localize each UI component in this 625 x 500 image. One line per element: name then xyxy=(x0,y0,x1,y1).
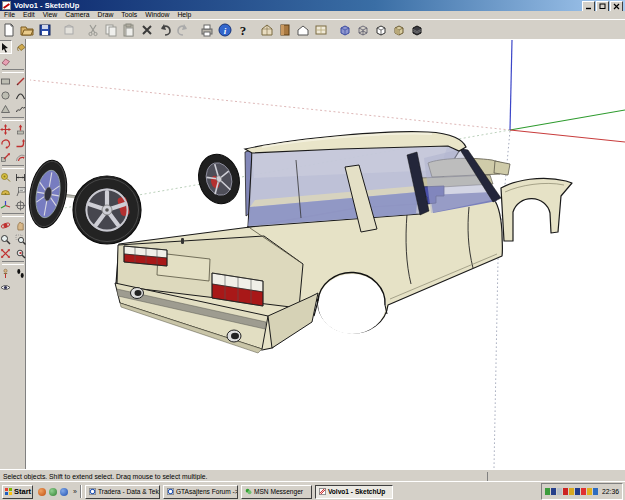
trunk-keyhole xyxy=(181,238,184,244)
zoom-window-tool[interactable] xyxy=(13,232,27,246)
menu-window[interactable]: Window xyxy=(141,11,173,19)
front-fender[interactable] xyxy=(501,178,572,241)
tape-measure-tool[interactable] xyxy=(0,170,12,184)
copy-icon[interactable] xyxy=(102,21,120,39)
quick-launch: » xyxy=(38,488,77,496)
paste-icon[interactable] xyxy=(120,21,138,39)
car-body[interactable] xyxy=(115,132,510,353)
messenger-green-icon[interactable] xyxy=(49,488,57,496)
ie-blue-icon[interactable] xyxy=(60,488,68,496)
task-tradera[interactable]: Tradera - Data & Tekni ... xyxy=(85,485,160,499)
task-volvo1-sketchup[interactable]: Volvo1 - SketchUp xyxy=(315,485,393,499)
scale-tool[interactable] xyxy=(0,150,12,164)
menu-camera[interactable]: Camera xyxy=(61,11,93,19)
look-around-tool[interactable] xyxy=(0,280,12,294)
walk-tool[interactable] xyxy=(13,266,27,280)
ie-page-icon xyxy=(167,488,174,495)
style-textured-cube-icon[interactable] xyxy=(408,21,426,39)
dimension-tool[interactable] xyxy=(13,170,27,184)
circle-tool[interactable] xyxy=(0,88,12,102)
rectangle-tool[interactable] xyxy=(0,74,12,88)
view-plan-house-icon[interactable] xyxy=(312,21,330,39)
view-iso-house-icon[interactable] xyxy=(258,21,276,39)
rotate-tool[interactable] xyxy=(0,136,12,150)
freehand-tool[interactable] xyxy=(13,102,27,116)
view-component-box-icon[interactable] xyxy=(276,21,294,39)
menu-edit[interactable]: Edit xyxy=(19,11,39,19)
menu-file[interactable]: File xyxy=(0,11,19,19)
title-bar: Volvo1 - SketchUp xyxy=(0,0,625,11)
undo-icon[interactable] xyxy=(156,21,174,39)
push-pull-tool[interactable] xyxy=(13,122,27,136)
tray-amber-app-icon[interactable] xyxy=(587,488,592,495)
svg-text:?: ? xyxy=(240,23,247,37)
protractor-tool[interactable] xyxy=(0,184,12,198)
palette-spacer xyxy=(13,280,27,294)
taskbar-clock[interactable]: 22:36 xyxy=(602,488,619,495)
style-wireframe-cube-icon[interactable] xyxy=(354,21,372,39)
tray-blue-globe-icon[interactable] xyxy=(593,488,598,495)
measurement-box[interactable] xyxy=(487,472,623,481)
menu-view[interactable]: View xyxy=(39,11,62,19)
zoom-extents-tool[interactable] xyxy=(0,246,12,260)
windows-flag-icon xyxy=(5,488,12,495)
style-shaded-cube-icon[interactable] xyxy=(390,21,408,39)
style-hidden-line-cube-icon[interactable] xyxy=(372,21,390,39)
ie-page-icon xyxy=(89,488,96,495)
menu-help[interactable]: Help xyxy=(173,11,195,19)
save-icon[interactable] xyxy=(36,21,54,39)
new-file-icon[interactable] xyxy=(0,21,18,39)
open-file-icon[interactable] xyxy=(18,21,36,39)
help-icon[interactable]: ? xyxy=(234,21,252,39)
tray-navy-app-icon[interactable] xyxy=(551,488,556,495)
axis-green xyxy=(510,110,625,130)
arc-tool[interactable] xyxy=(13,88,27,102)
pan-tool[interactable] xyxy=(13,218,27,232)
zoom-previous-tool[interactable] xyxy=(13,246,27,260)
select-tool[interactable] xyxy=(0,40,12,54)
position-camera-tool[interactable] xyxy=(0,266,12,280)
paint-bucket-tool[interactable] xyxy=(13,40,27,54)
tray-navy-shield-icon[interactable] xyxy=(575,488,580,495)
task-gtasajtens[interactable]: GTAsajtens Forum -> Qu... xyxy=(163,485,238,499)
browser-orange-icon[interactable] xyxy=(38,488,46,496)
erase-icon[interactable] xyxy=(138,21,156,39)
zoom-tool[interactable] xyxy=(0,232,12,246)
tray-red-alert-icon[interactable] xyxy=(581,488,586,495)
menu-tools[interactable]: Tools xyxy=(117,11,141,19)
print-icon[interactable] xyxy=(198,21,216,39)
tray-red-app-icon[interactable] xyxy=(563,488,568,495)
task-msn-messenger[interactable]: MSN Messenger xyxy=(241,485,312,499)
menu-draw[interactable]: Draw xyxy=(93,11,117,19)
section-target-tool[interactable] xyxy=(13,198,27,212)
follow-me-tool[interactable] xyxy=(13,136,27,150)
tray-silver-app-icon[interactable] xyxy=(557,488,562,495)
menu-bar: File Edit View Camera Draw Tools Window … xyxy=(0,11,625,19)
redo-icon[interactable] xyxy=(174,21,192,39)
text-tool[interactable] xyxy=(13,184,27,198)
model-viewport[interactable] xyxy=(26,39,625,469)
style-xray-cube-icon[interactable] xyxy=(336,21,354,39)
view-front-house-icon[interactable] xyxy=(294,21,312,39)
model-info-icon[interactable]: i xyxy=(216,21,234,39)
axes-tool[interactable] xyxy=(0,198,12,212)
line-tool[interactable] xyxy=(13,74,27,88)
quick-launch-overflow[interactable]: » xyxy=(73,488,77,495)
polygon-tool[interactable] xyxy=(0,102,12,116)
start-button[interactable]: Start xyxy=(2,485,33,499)
window-title: Volvo1 - SketchUp xyxy=(14,0,79,11)
tray-green-agent-icon[interactable] xyxy=(545,488,550,495)
move-tool[interactable] xyxy=(0,122,12,136)
tray-gold-app-icon[interactable] xyxy=(569,488,574,495)
windows-taskbar: Start » Tradera - Data & Tekni ... GTAsa… xyxy=(0,481,625,500)
eraser-tool[interactable] xyxy=(0,54,12,68)
status-hint: Select objects. Shift to extend select. … xyxy=(0,473,487,480)
make-component-icon[interactable] xyxy=(60,21,78,39)
axis-blue-dashed xyxy=(494,131,510,468)
system-tray: 22:36 xyxy=(541,483,623,500)
sketchup-icon xyxy=(319,488,326,495)
offset-tool[interactable] xyxy=(13,150,27,164)
car-model-scene xyxy=(26,39,625,469)
orbit-tool[interactable] xyxy=(0,218,12,232)
cut-icon[interactable] xyxy=(84,21,102,39)
